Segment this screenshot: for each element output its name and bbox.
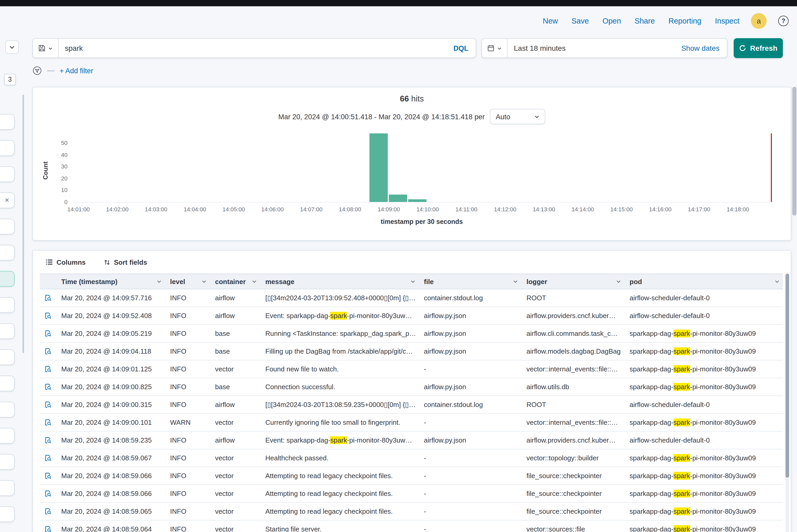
expand-document-button[interactable]: [44, 401, 52, 408]
date-quick-select-button[interactable]: [482, 39, 507, 58]
expand-document-button[interactable]: [44, 436, 52, 444]
expand-document-button[interactable]: [44, 383, 52, 391]
column-menu-icon[interactable]: [513, 279, 518, 284]
expand-document-button[interactable]: [44, 472, 52, 480]
column-header-pod[interactable]: pod: [624, 274, 783, 289]
avatar[interactable]: a: [751, 13, 767, 28]
field-pill[interactable]: [0, 271, 15, 287]
column-header-time[interactable]: Time (timestamp): [56, 274, 165, 289]
column-menu-icon[interactable]: [252, 279, 257, 284]
nav-link-inspect[interactable]: Inspect: [715, 17, 740, 25]
help-icon[interactable]: ?: [778, 15, 789, 26]
cell-logger: airflow.utils.db: [521, 378, 624, 396]
cell-pod: sparkapp-dag-spark-pi-monitor-80y3uw09: [624, 360, 783, 378]
remove-field-icon[interactable]: ✕: [5, 197, 10, 204]
column-header-message[interactable]: message: [260, 274, 419, 289]
field-pill[interactable]: [0, 297, 15, 313]
field-pill[interactable]: [0, 402, 15, 417]
expand-document-button[interactable]: [44, 347, 52, 355]
table-scrollbar-thumb[interactable]: [785, 273, 789, 478]
cell-pod: sparkapp-dag-spark-pi-monitor-80y3uw09: [624, 343, 783, 360]
chevron-down-icon: [497, 46, 502, 51]
column-menu-icon[interactable]: [410, 279, 415, 284]
field-count-badge[interactable]: 3: [4, 74, 16, 85]
column-header-container[interactable]: container: [210, 274, 260, 289]
filter-icon[interactable]: [33, 66, 42, 75]
column-menu-icon[interactable]: [156, 279, 162, 284]
nav-link-new[interactable]: New: [543, 17, 558, 25]
cell-message: Event: sparkapp-dag-spark-pi-monitor-80y…: [260, 307, 419, 324]
column-header-file[interactable]: file: [419, 274, 521, 289]
expand-document-button[interactable]: [44, 508, 52, 515]
search-input[interactable]: [59, 39, 446, 58]
cell-time: Mar 20, 2024 @ 14:09:57.716: [56, 289, 165, 306]
cell-logger: vector::internal_events::file::…: [521, 360, 624, 378]
refresh-button[interactable]: Refresh: [734, 38, 783, 58]
expand-cell: [40, 449, 56, 467]
field-pill[interactable]: [0, 506, 15, 522]
expand-cell: [40, 378, 56, 396]
nav-link-share[interactable]: Share: [634, 17, 655, 25]
column-label: Time (timestamp): [61, 278, 117, 285]
expand-cell: [40, 432, 56, 449]
field-pill[interactable]: [0, 323, 15, 339]
columns-button[interactable]: Columns: [45, 258, 86, 266]
highlighted-term: spark: [331, 312, 347, 320]
expand-document-button[interactable]: [44, 525, 52, 532]
inspect-document-icon: [44, 508, 52, 515]
field-pill[interactable]: [0, 140, 15, 156]
expand-document-button[interactable]: [44, 294, 52, 302]
time-range-button[interactable]: Last 18 minutes: [507, 39, 572, 58]
expand-document-button[interactable]: [44, 454, 52, 462]
field-pill[interactable]: [0, 218, 15, 234]
page-scrollbar[interactable]: [792, 87, 796, 215]
query-language-button[interactable]: DQL: [446, 39, 476, 58]
cell-file: container.stdout.log: [419, 289, 521, 306]
column-header-logger[interactable]: logger: [521, 274, 624, 289]
histogram-bar[interactable]: [389, 195, 407, 202]
cell-container: vector: [210, 485, 260, 502]
expand-document-button[interactable]: [44, 418, 52, 426]
table-scrollbar[interactable]: [785, 273, 789, 532]
inspect-document-icon: [44, 418, 52, 426]
field-pill[interactable]: [0, 480, 15, 496]
field-pill[interactable]: [0, 114, 15, 130]
nav-link-reporting[interactable]: Reporting: [669, 17, 702, 25]
column-header-level[interactable]: level: [165, 274, 210, 289]
column-menu-icon[interactable]: [616, 279, 621, 284]
filter-bar: + Add filter: [33, 65, 93, 76]
sort-fields-button[interactable]: Sort fields: [103, 258, 147, 266]
saved-query-menu-button[interactable]: [33, 39, 59, 58]
expand-document-button[interactable]: [44, 365, 52, 373]
nav-link-save[interactable]: Save: [572, 17, 589, 25]
column-menu-icon[interactable]: [775, 279, 780, 284]
show-dates-button[interactable]: Show dates: [674, 39, 727, 58]
histogram-bar[interactable]: [369, 133, 388, 202]
calendar-icon: [487, 44, 495, 52]
field-pill[interactable]: [0, 349, 15, 365]
field-pill[interactable]: [0, 376, 15, 391]
cell-level: INFO: [165, 343, 210, 360]
table-toolbar: Columns Sort fields: [45, 255, 147, 269]
cell-file: -: [419, 467, 521, 484]
field-pill[interactable]: ✕: [0, 192, 15, 208]
expand-document-button[interactable]: [44, 490, 52, 497]
expand-document-button[interactable]: [44, 312, 52, 320]
histogram-bar[interactable]: [408, 200, 426, 202]
field-pill[interactable]: [0, 428, 15, 443]
cell-message: Filling up the DagBag from /stackable/ap…: [260, 343, 419, 360]
cell-level: INFO: [165, 449, 210, 467]
highlighted-term: spark: [673, 490, 690, 497]
highlighted-term: spark: [673, 365, 690, 373]
cell-container: vector: [210, 360, 260, 378]
field-pill[interactable]: [0, 245, 15, 261]
cell-level: INFO: [165, 360, 210, 378]
field-pill[interactable]: [0, 166, 15, 182]
field-pill[interactable]: [0, 454, 15, 470]
nav-link-open[interactable]: Open: [602, 17, 621, 25]
column-menu-icon[interactable]: [202, 279, 207, 284]
add-filter-button[interactable]: + Add filter: [60, 67, 93, 75]
field-rail-scrollbar[interactable]: [22, 95, 24, 353]
expand-document-button[interactable]: [44, 329, 52, 337]
cell-pod: airflow-scheduler-default-0: [624, 432, 783, 449]
